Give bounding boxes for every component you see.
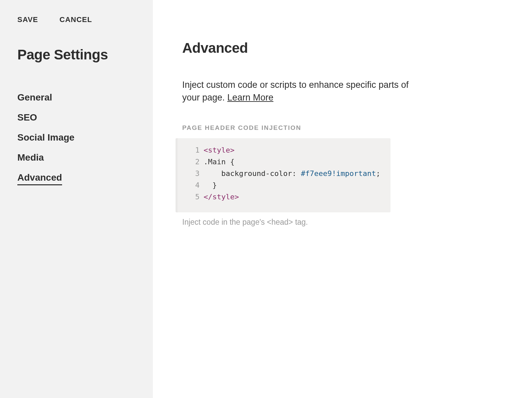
nav-item-social-image[interactable]: Social Image <box>17 128 136 148</box>
nav-item-advanced[interactable]: Advanced <box>17 168 136 190</box>
nav-item-label: Media <box>17 152 44 163</box>
nav-item-label: SEO <box>17 112 37 123</box>
code-line-content: background-color: #f7eee9!important; <box>204 168 380 179</box>
line-number: 5 <box>189 191 200 203</box>
code-line-content: } <box>204 179 217 191</box>
save-button[interactable]: SAVE <box>17 15 38 24</box>
code-line[interactable]: 1<style> <box>189 144 384 156</box>
nav-item-label: Advanced <box>17 172 62 185</box>
line-number: 3 <box>189 168 200 179</box>
code-line[interactable]: 5</style> <box>189 191 384 203</box>
description-text: Inject custom code or scripts to enhance… <box>182 80 409 103</box>
section-label: PAGE HEADER CODE INJECTION <box>182 124 503 132</box>
nav-item-general[interactable]: General <box>17 87 136 108</box>
nav-item-seo[interactable]: SEO <box>17 108 136 128</box>
nav-item-label: Social Image <box>17 132 74 143</box>
line-number: 1 <box>189 144 200 156</box>
code-line[interactable]: 3 background-color: #f7eee9!important; <box>189 168 384 179</box>
sidebar: SAVE CANCEL Page Settings GeneralSEOSoci… <box>0 0 153 398</box>
line-number: 4 <box>189 179 200 191</box>
sidebar-actions: SAVE CANCEL <box>17 15 136 24</box>
nav-item-label: General <box>17 92 52 103</box>
main-content: Advanced Inject custom code or scripts t… <box>153 0 532 398</box>
helper-text: Inject code in the page's <head> tag. <box>182 218 503 227</box>
nav-item-media[interactable]: Media <box>17 148 136 168</box>
code-line-content: </style> <box>204 191 239 203</box>
code-line[interactable]: 4 } <box>189 179 384 191</box>
code-line-content: <style> <box>204 144 235 156</box>
code-line[interactable]: 2.Main { <box>189 156 384 168</box>
description: Inject custom code or scripts to enhance… <box>182 79 423 104</box>
code-editor[interactable]: 1<style>2.Main {3 background-color: #f7e… <box>176 138 390 212</box>
line-number: 2 <box>189 156 200 168</box>
learn-more-link[interactable]: Learn More <box>227 92 273 103</box>
cancel-button[interactable]: CANCEL <box>59 15 92 24</box>
page-title: Advanced <box>182 40 503 56</box>
sidebar-title: Page Settings <box>17 47 136 63</box>
code-line-content: .Main { <box>204 156 235 168</box>
nav-list: GeneralSEOSocial ImageMediaAdvanced <box>17 87 136 190</box>
